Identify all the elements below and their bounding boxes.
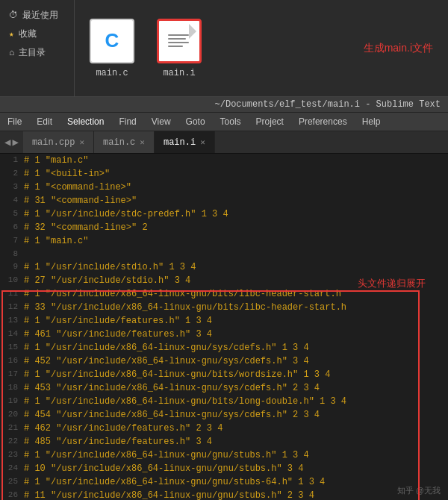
line-content: # 10 "/usr/include/x86_64-linux-gnu/gnu/…	[24, 462, 303, 475]
line-number: 13	[3, 314, 18, 327]
line-number: 26	[3, 489, 18, 501]
line-number: 2	[3, 167, 18, 180]
menu-find[interactable]: Find	[111, 114, 143, 129]
file-icon-main-c[interactable]: C main.c	[90, 19, 134, 78]
tab-bar: ◀ ▶ main.cpp ✕ main.c ✕ main.i ✕	[0, 131, 448, 154]
watermark: 知乎 @无我	[397, 485, 441, 496]
line-number: 25	[3, 475, 18, 488]
tab-close-main-c[interactable]: ✕	[140, 137, 145, 147]
line-number: 1	[3, 154, 18, 166]
line-number: 8	[3, 248, 18, 260]
line-content: # 1 "/usr/include/stdc-predef.h" 1 3 4	[24, 207, 228, 221]
line-number: 4	[3, 194, 18, 207]
code-line-12: 12# 33 "/usr/include/x86_64-linux-gnu/bi…	[0, 301, 448, 314]
line-content: # 1 "/usr/include/features.h" 1 3 4	[24, 314, 212, 328]
file-lines-decoration	[168, 34, 190, 47]
line-content: # 1 "<built-in>"	[24, 167, 110, 181]
code-line-17: 17# 1 "/usr/include/x86_64-linux-gnu/bit…	[0, 368, 448, 381]
code-line-9: 9# 1 "/usr/include/stdio.h" 1 3 4	[0, 260, 448, 274]
tab-main-i[interactable]: main.i ✕	[155, 131, 215, 153]
line-content: # 27 "/usr/include/stdio.h" 3 4	[24, 274, 190, 287]
code-line-18: 18# 453 "/usr/include/x86_64-linux-gnu/s…	[0, 381, 448, 395]
editor-container: 1# 1 "main.c"2# 1 "<built-in>"3# 1 "<com…	[0, 154, 448, 500]
menu-tools[interactable]: Tools	[213, 114, 249, 129]
file-line-2	[168, 38, 186, 40]
file-icons-area: C main.c main.i 生成main.i文件	[75, 0, 448, 96]
sidebar-panel: ⏱ 最近使用 ★ 收藏 ⌂ 主目录	[0, 0, 75, 96]
code-line-24: 24# 10 "/usr/include/x86_64-linux-gnu/gn…	[0, 462, 448, 475]
code-line-19: 19# 1 "/usr/include/x86_64-linux-gnu/bit…	[0, 395, 448, 408]
line-content: # 1 "main.c"	[24, 154, 88, 167]
line-content: # 1 "<command-line>"	[24, 181, 131, 194]
file-icon-c-box: C	[90, 19, 134, 63]
line-content: # 1 "/usr/include/x86_64-linux-gnu/sys/c…	[24, 341, 309, 354]
file-icon-i-box	[157, 19, 202, 63]
sidebar-item-home[interactable]: ⌂ 主目录	[0, 43, 74, 62]
code-line-6: 6# 32 "<command-line>" 2	[0, 221, 448, 234]
line-content: # 454 "/usr/include/x86_64-linux-gnu/sys…	[24, 408, 320, 422]
line-number: 21	[3, 422, 18, 434]
line-content: # 1 "/usr/include/stdio.h" 1 3 4	[24, 260, 196, 274]
menu-goto[interactable]: Goto	[178, 114, 213, 129]
code-line-23: 23# 1 "/usr/include/x86_64-linux-gnu/gnu…	[0, 449, 448, 462]
line-number: 19	[3, 395, 18, 407]
code-line-21: 21# 462 "/usr/include/features.h" 2 3 4	[0, 422, 448, 435]
tab-main-cpp[interactable]: main.cpp ✕	[23, 131, 94, 153]
code-line-20: 20# 454 "/usr/include/x86_64-linux-gnu/s…	[0, 408, 448, 422]
line-number: 3	[3, 181, 18, 193]
window-title: ~/Documents/elf_test/main.i - Sublime Te…	[215, 99, 441, 110]
line-number: 17	[3, 368, 18, 381]
menu-project[interactable]: Project	[249, 114, 291, 129]
menu-preferences[interactable]: Preferences	[291, 114, 355, 129]
line-content: # 453 "/usr/include/x86_64-linux-gnu/sys…	[24, 381, 320, 395]
file-label-main-i: main.i	[163, 68, 195, 78]
code-line-22: 22# 485 "/usr/include/features.h" 3 4	[0, 435, 448, 449]
code-line-10: 10# 27 "/usr/include/stdio.h" 3 4	[0, 274, 448, 287]
tab-nav-arrows[interactable]: ◀ ▶	[0, 131, 23, 153]
line-number: 23	[3, 449, 18, 461]
code-line-7: 7# 1 "main.c"	[0, 234, 448, 248]
tab-label-main-i: main.i	[164, 137, 196, 148]
line-content: # 485 "/usr/include/features.h" 3 4	[24, 435, 212, 449]
line-content: # 452 "/usr/include/x86_64-linux-gnu/sys…	[24, 354, 309, 368]
file-line-1	[168, 34, 189, 36]
home-icon: ⌂	[9, 48, 14, 58]
code-line-11: 11# 1 "/usr/include/x86_64-linux-gnu/bit…	[0, 287, 448, 301]
line-number: 12	[3, 301, 18, 313]
line-number: 10	[3, 274, 18, 287]
line-content: # 11 "/usr/include/x86_64-linux-gnu/gnu/…	[24, 489, 314, 501]
code-line-26: 26# 11 "/usr/include/x86_64-linux-gnu/gn…	[0, 489, 448, 501]
line-number: 6	[3, 221, 18, 234]
line-number: 18	[3, 381, 18, 394]
code-line-15: 15# 1 "/usr/include/x86_64-linux-gnu/sys…	[0, 341, 448, 354]
menu-view[interactable]: View	[144, 114, 178, 129]
line-content: # 462 "/usr/include/features.h" 2 3 4	[24, 422, 223, 435]
menu-edit[interactable]: Edit	[29, 114, 60, 129]
line-content: # 1 "main.c"	[24, 234, 88, 248]
menu-help[interactable]: Help	[355, 114, 388, 129]
line-content: # 33 "/usr/include/x86_64-linux-gnu/bits…	[24, 301, 346, 314]
generate-label: 生成main.i文件	[364, 42, 433, 55]
tab-label-main-c: main.c	[103, 137, 135, 148]
file-icon-main-i[interactable]: main.i	[157, 19, 202, 78]
sidebar-item-recent[interactable]: ⏱ 最近使用	[0, 6, 74, 25]
tab-close-main-cpp[interactable]: ✕	[79, 137, 84, 147]
code-line-25: 25# 1 "/usr/include/x86_64-linux-gnu/gnu…	[0, 475, 448, 489]
code-line-2: 2# 1 "<built-in>"	[0, 167, 448, 181]
code-line-3: 3# 1 "<command-line>"	[0, 181, 448, 194]
tab-main-c[interactable]: main.c ✕	[94, 131, 155, 153]
file-manager: ⏱ 最近使用 ★ 收藏 ⌂ 主目录 C main.c	[0, 0, 448, 97]
line-content: # 1 "/usr/include/x86_64-linux-gnu/gnu/s…	[24, 449, 309, 462]
recent-icon: ⏱	[9, 10, 18, 21]
line-content: # 1 "/usr/include/x86_64-linux-gnu/bits/…	[24, 287, 341, 301]
menu-file[interactable]: File	[0, 114, 29, 129]
sidebar-item-favorites[interactable]: ★ 收藏	[0, 25, 74, 43]
line-number: 11	[3, 287, 18, 300]
arrow-right-icon: ▶	[12, 136, 18, 149]
code-line-13: 13# 1 "/usr/include/features.h" 1 3 4	[0, 314, 448, 328]
tab-close-main-i[interactable]: ✕	[200, 137, 205, 147]
file-line-3	[168, 42, 189, 43]
editor-area[interactable]: 1# 1 "main.c"2# 1 "<built-in>"3# 1 "<com…	[0, 154, 448, 500]
menu-selection[interactable]: Selection	[60, 114, 111, 129]
tab-label-main-cpp: main.cpp	[32, 137, 75, 148]
